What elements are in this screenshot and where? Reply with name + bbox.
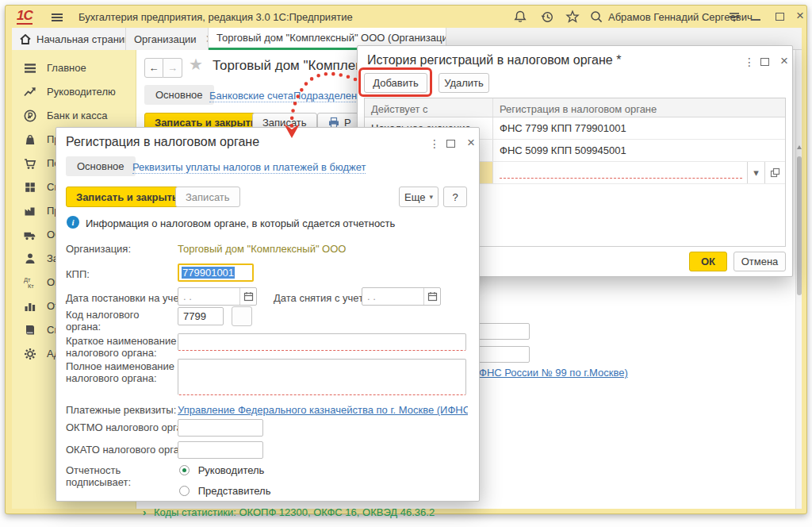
tab-organizations[interactable]: Организации ✕ xyxy=(126,28,209,50)
ok-button[interactable]: ОК xyxy=(689,252,727,271)
more-button[interactable]: Еще▾ xyxy=(399,187,439,207)
payment-label: Платежные реквизиты: xyxy=(66,404,176,416)
okato-label: ОКАТО налогового органа: xyxy=(66,444,193,456)
scrollbar-thumb[interactable] xyxy=(797,156,802,295)
date-reg-input[interactable]: . . xyxy=(178,287,257,306)
tab-label: Начальная страница xyxy=(36,33,126,45)
calendar-icon[interactable] xyxy=(239,288,256,305)
cart-icon xyxy=(23,156,37,171)
favorite-star-icon[interactable]: ★ xyxy=(189,55,203,74)
calendar-icon[interactable] xyxy=(423,288,440,305)
oktmo-input[interactable] xyxy=(178,419,263,437)
gear-icon xyxy=(23,347,37,361)
statistics-codes-text: Коды статистики: ОКОПФ 12300, ОКФС 16, О… xyxy=(154,506,435,518)
choose-from-list-button[interactable] xyxy=(764,162,785,183)
save-close-button[interactable]: Записать и закрыть xyxy=(66,187,189,207)
save-button[interactable]: Записать xyxy=(175,187,240,207)
full-name-textarea[interactable] xyxy=(178,359,466,395)
kpp-input[interactable]: 779901001 xyxy=(178,264,254,282)
favorites-star-icon[interactable] xyxy=(565,10,580,24)
kebab-menu-icon[interactable]: ⋮ xyxy=(429,137,440,150)
tab-main[interactable]: Основное xyxy=(66,156,136,176)
tab-label: Торговый дом "Комплексный" ООО (Организа… xyxy=(216,32,446,44)
book-icon xyxy=(23,323,37,337)
open-list-icon xyxy=(770,167,780,178)
radio-representative[interactable]: Представитель xyxy=(179,485,270,497)
oktmo-label: ОКТМО налогового органа: xyxy=(66,421,197,433)
vertical-scrollbar[interactable] xyxy=(795,50,802,509)
window-minimize-button[interactable] xyxy=(752,19,760,21)
column-header-valid-from[interactable]: Действует с xyxy=(365,98,493,117)
fill-by-code-button[interactable] xyxy=(232,306,252,326)
dialog-title: Регистрация в налоговом органе xyxy=(66,135,259,149)
date-unreg-input[interactable]: . . xyxy=(362,287,441,306)
nav-arrows: ← → xyxy=(144,58,182,78)
window-close-button[interactable]: × xyxy=(796,8,804,24)
short-name-input[interactable] xyxy=(178,333,466,351)
scroll-up-arrow[interactable] xyxy=(797,145,802,149)
dialog-close-button[interactable]: × xyxy=(780,56,788,67)
main-section-icon xyxy=(23,61,37,75)
sidebar-item-main[interactable]: Главное xyxy=(12,60,136,79)
dropdown-button[interactable]: ▾ xyxy=(747,162,764,183)
radio-selected-icon xyxy=(179,465,190,475)
factory-icon xyxy=(23,204,37,218)
boxes-grid-icon xyxy=(23,180,37,194)
tab-label: Организации xyxy=(134,33,197,45)
payment-requisites-link[interactable]: Управление Федерального казначейства по … xyxy=(178,404,468,416)
shopping-bag-icon xyxy=(23,133,37,147)
dialog-close-button[interactable]: × xyxy=(467,137,475,148)
history-icon[interactable] xyxy=(540,10,554,24)
chevron-right-icon: › xyxy=(143,506,146,518)
date-reg-label: Дата постановки на учет: xyxy=(66,292,186,304)
help-button[interactable]: ? xyxy=(443,187,467,207)
kebab-menu-icon[interactable]: ⋮ xyxy=(744,56,755,68)
column-header-registration[interactable]: Регистрация в налоговом органе xyxy=(493,98,785,117)
home-icon xyxy=(20,34,31,44)
registration-edit-field[interactable] xyxy=(500,162,742,179)
okato-input[interactable] xyxy=(178,441,263,459)
trend-chart-icon xyxy=(23,85,37,99)
annotation-arrow xyxy=(270,63,373,151)
info-icon: i xyxy=(67,216,79,229)
main-menu-icon[interactable] xyxy=(50,10,64,25)
tab-payment-requisites[interactable]: Реквизиты уплаты налогов и платежей в бю… xyxy=(132,161,366,174)
truck-icon xyxy=(23,228,37,242)
nav-link-main[interactable]: Основное xyxy=(144,85,214,105)
fns-inspection-link[interactable]: ФНС России № 99 по г.Москве) xyxy=(479,367,628,379)
window-maximize-button[interactable] xyxy=(776,13,784,21)
service-menu-icon[interactable] xyxy=(727,10,741,24)
date-unreg-label: Дата снятия с учета: xyxy=(274,292,372,304)
dialog-maximize-button[interactable] xyxy=(760,56,769,66)
forward-button[interactable]: → xyxy=(163,58,182,78)
notifications-bell-icon[interactable] xyxy=(513,10,527,24)
tab-home[interactable]: Начальная страница xyxy=(12,28,126,50)
code-input[interactable]: 7799 xyxy=(178,307,224,325)
table-header: Действует с Регистрация в налоговом орга… xyxy=(365,98,785,117)
kpp-selected-value: 779901001 xyxy=(182,267,235,279)
bar-chart-icon xyxy=(23,299,37,314)
title-bar: 1С Бухгалтерия предприятия, редакция 3.0… xyxy=(6,6,806,28)
more-caret-icon: ▾ xyxy=(429,193,433,201)
cancel-button[interactable]: Отмена xyxy=(733,252,786,271)
dialog-maximize-button[interactable] xyxy=(446,137,455,148)
radio-head[interactable]: Руководитель xyxy=(179,464,264,476)
dropdown-caret-icon: ▾ xyxy=(753,167,759,179)
svg-text:Кт: Кт xyxy=(28,283,34,290)
app-title: Бухгалтерия предприятия, редакция 3.0 1С… xyxy=(79,11,353,23)
full-name-label: Полное наименование налогового органа: xyxy=(66,360,177,384)
ruble-circle-icon xyxy=(23,109,37,123)
dialog-title: История регистраций в налоговом органе * xyxy=(367,53,621,67)
radio-unselected-icon xyxy=(179,486,190,496)
org-value: Торговый дом "Комплексный" ООО xyxy=(178,243,346,255)
debit-credit-icon: ДтКт xyxy=(23,275,37,290)
kpp-label: КПП: xyxy=(66,268,90,280)
delete-button[interactable]: Удалить xyxy=(439,73,489,93)
search-icon[interactable] xyxy=(589,10,603,24)
sidebar-item-bank-cash[interactable]: Банк и касса xyxy=(12,107,136,126)
code-label: Код налогового органа: xyxy=(66,309,173,333)
sidebar-item-manager[interactable]: Руководителю xyxy=(12,83,136,102)
org-label: Организация: xyxy=(66,243,131,255)
statistics-codes-row[interactable]: › Коды статистики: ОКОПФ 12300, ОКФС 16,… xyxy=(143,506,435,518)
back-button[interactable]: ← xyxy=(144,58,163,78)
